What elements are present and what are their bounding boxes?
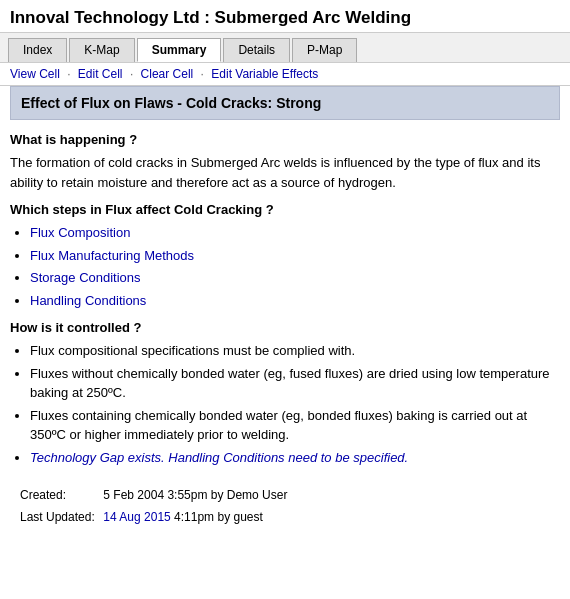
flux-manufacturing-link[interactable]: Flux Manufacturing Methods [30,248,194,263]
updated-date-link[interactable]: 14 Aug 2015 [103,510,170,524]
which-heading: Which steps in Flux affect Cold Cracking… [10,202,560,217]
what-heading: What is happening ? [10,132,560,147]
list-item: Flux Manufacturing Methods [30,246,560,266]
list-item: Flux Composition [30,223,560,243]
tab-details[interactable]: Details [223,38,290,62]
what-text: The formation of cold cracks in Submerge… [10,153,560,192]
clear-cell-link[interactable]: Clear Cell [141,67,194,81]
content-area: Effect of Flux on Flaws - Cold Cracks: S… [0,86,570,538]
created-value: 5 Feb 2004 3:55pm by Demo User [103,488,287,502]
tab-summary[interactable]: Summary [137,38,222,62]
list-item: Technology Gap exists. Handling Conditio… [30,448,560,468]
edit-variable-link[interactable]: Edit Variable Effects [211,67,318,81]
flux-composition-link[interactable]: Flux Composition [30,225,130,240]
effect-header: Effect of Flux on Flaws - Cold Cracks: S… [10,86,560,120]
which-list: Flux Composition Flux Manufacturing Meth… [30,223,560,310]
view-cell-link[interactable]: View Cell [10,67,60,81]
edit-cell-link[interactable]: Edit Cell [78,67,123,81]
updated-label: Last Updated: [20,507,100,529]
technology-gap-link[interactable]: Technology Gap exists. Handling Conditio… [30,450,408,465]
updated-rest: 4:11pm by guest [174,510,263,524]
action-bar: View Cell · Edit Cell · Clear Cell · Edi… [0,63,570,86]
updated-row: Last Updated: 14 Aug 2015 4:11pm by gues… [20,507,560,529]
tab-index[interactable]: Index [8,38,67,62]
list-item: Handling Conditions [30,291,560,311]
how-heading: How is it controlled ? [10,320,560,335]
handling-conditions-link[interactable]: Handling Conditions [30,293,146,308]
list-item: Fluxes without chemically bonded water (… [30,364,560,403]
tab-pmap[interactable]: P-Map [292,38,357,62]
list-item: Storage Conditions [30,268,560,288]
nav-tabs-bar: Index K-Map Summary Details P-Map [0,33,570,63]
created-label: Created: [20,485,100,507]
list-item: Flux compositional specifications must b… [30,341,560,361]
how-list: Flux compositional specifications must b… [30,341,560,467]
storage-conditions-link[interactable]: Storage Conditions [30,270,141,285]
page-title: Innoval Technology Ltd : Submerged Arc W… [0,0,570,33]
metadata-section: Created: 5 Feb 2004 3:55pm by Demo User … [10,485,560,528]
created-row: Created: 5 Feb 2004 3:55pm by Demo User [20,485,560,507]
tab-kmap[interactable]: K-Map [69,38,134,62]
list-item: Fluxes containing chemically bonded wate… [30,406,560,445]
